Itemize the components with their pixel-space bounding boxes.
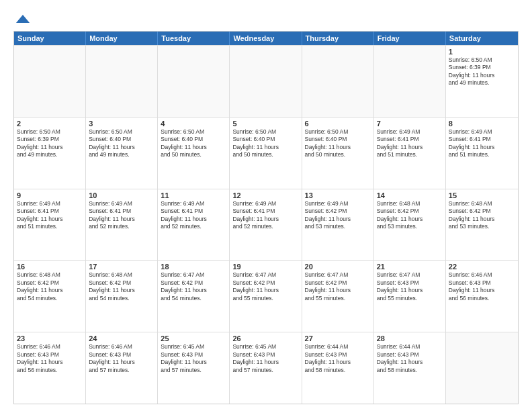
calendar-cell: 6Sunrise: 6:50 AM Sunset: 6:40 PM Daylig…	[302, 118, 374, 189]
calendar-cell: 18Sunrise: 6:47 AM Sunset: 6:42 PM Dayli…	[158, 261, 230, 332]
calendar-cell: 15Sunrise: 6:48 AM Sunset: 6:42 PM Dayli…	[446, 189, 518, 261]
calendar-cell: 17Sunrise: 6:48 AM Sunset: 6:42 PM Dayli…	[86, 261, 158, 332]
day-info: Sunrise: 6:49 AM Sunset: 6:41 PM Dayligh…	[449, 128, 515, 159]
svg-marker-0	[16, 15, 30, 23]
day-number: 16	[17, 263, 83, 271]
header	[13, 11, 519, 27]
calendar-cell: 2Sunrise: 6:50 AM Sunset: 6:39 PM Daylig…	[14, 118, 86, 189]
day-number: 17	[89, 263, 154, 271]
day-number: 7	[377, 120, 443, 128]
calendar-cell: 25Sunrise: 6:45 AM Sunset: 6:43 PM Dayli…	[158, 332, 230, 404]
calendar-cell: 27Sunrise: 6:44 AM Sunset: 6:43 PM Dayli…	[302, 332, 374, 404]
day-info: Sunrise: 6:44 AM Sunset: 6:43 PM Dayligh…	[305, 343, 371, 374]
day-number: 19	[232, 263, 298, 271]
logo	[13, 11, 31, 27]
calendar-header-cell: Thursday	[302, 32, 374, 45]
day-number: 27	[305, 334, 371, 342]
day-number: 12	[232, 191, 298, 199]
calendar-header-cell: Sunday	[14, 32, 86, 45]
calendar-cell	[158, 46, 230, 117]
calendar-week-row: 23Sunrise: 6:46 AM Sunset: 6:43 PM Dayli…	[14, 332, 518, 404]
calendar-header: SundayMondayTuesdayWednesdayThursdayFrid…	[14, 32, 518, 45]
day-number: 3	[89, 120, 154, 128]
day-number: 14	[377, 191, 443, 199]
day-info: Sunrise: 6:50 AM Sunset: 6:39 PM Dayligh…	[449, 56, 515, 87]
day-number: 2	[17, 120, 83, 128]
day-info: Sunrise: 6:44 AM Sunset: 6:43 PM Dayligh…	[377, 343, 443, 374]
day-number: 21	[377, 263, 443, 271]
day-number: 1	[449, 48, 515, 56]
calendar-header-cell: Friday	[374, 32, 446, 45]
day-info: Sunrise: 6:49 AM Sunset: 6:41 PM Dayligh…	[232, 200, 298, 231]
calendar-cell: 21Sunrise: 6:47 AM Sunset: 6:43 PM Dayli…	[374, 261, 446, 332]
day-number: 9	[17, 191, 83, 199]
day-info: Sunrise: 6:46 AM Sunset: 6:43 PM Dayligh…	[449, 271, 515, 302]
day-number: 15	[449, 191, 515, 199]
day-info: Sunrise: 6:45 AM Sunset: 6:43 PM Dayligh…	[232, 343, 298, 374]
day-info: Sunrise: 6:50 AM Sunset: 6:40 PM Dayligh…	[305, 128, 371, 159]
day-info: Sunrise: 6:46 AM Sunset: 6:43 PM Dayligh…	[17, 343, 83, 374]
calendar-cell: 14Sunrise: 6:48 AM Sunset: 6:42 PM Dayli…	[374, 189, 446, 261]
day-info: Sunrise: 6:50 AM Sunset: 6:40 PM Dayligh…	[161, 128, 226, 159]
calendar-cell	[230, 46, 302, 117]
calendar-cell: 26Sunrise: 6:45 AM Sunset: 6:43 PM Dayli…	[230, 332, 302, 404]
calendar-header-cell: Monday	[86, 32, 158, 45]
day-info: Sunrise: 6:48 AM Sunset: 6:42 PM Dayligh…	[89, 271, 154, 302]
calendar-cell: 13Sunrise: 6:49 AM Sunset: 6:42 PM Dayli…	[302, 189, 374, 261]
calendar-cell	[86, 46, 158, 117]
calendar-cell	[14, 46, 86, 117]
calendar-cell: 10Sunrise: 6:49 AM Sunset: 6:41 PM Dayli…	[86, 189, 158, 261]
day-info: Sunrise: 6:48 AM Sunset: 6:42 PM Dayligh…	[17, 271, 83, 302]
day-number: 8	[449, 120, 515, 128]
calendar-cell: 11Sunrise: 6:49 AM Sunset: 6:41 PM Dayli…	[158, 189, 230, 261]
day-info: Sunrise: 6:49 AM Sunset: 6:42 PM Dayligh…	[305, 200, 371, 231]
day-info: Sunrise: 6:47 AM Sunset: 6:42 PM Dayligh…	[161, 271, 226, 302]
day-number: 23	[17, 334, 83, 342]
day-number: 11	[161, 191, 226, 199]
calendar-week-row: 1Sunrise: 6:50 AM Sunset: 6:39 PM Daylig…	[14, 45, 518, 117]
page: SundayMondayTuesdayWednesdayThursdayFrid…	[0, 0, 532, 411]
calendar-cell: 24Sunrise: 6:46 AM Sunset: 6:43 PM Dayli…	[86, 332, 158, 404]
calendar-header-cell: Tuesday	[158, 32, 230, 45]
day-number: 22	[449, 263, 515, 271]
day-info: Sunrise: 6:49 AM Sunset: 6:41 PM Dayligh…	[89, 200, 154, 231]
day-number: 6	[305, 120, 371, 128]
calendar-cell	[374, 46, 446, 117]
day-info: Sunrise: 6:46 AM Sunset: 6:43 PM Dayligh…	[89, 343, 154, 374]
day-info: Sunrise: 6:47 AM Sunset: 6:42 PM Dayligh…	[232, 271, 298, 302]
day-number: 26	[232, 334, 298, 342]
day-info: Sunrise: 6:50 AM Sunset: 6:40 PM Dayligh…	[232, 128, 298, 159]
day-info: Sunrise: 6:50 AM Sunset: 6:40 PM Dayligh…	[89, 128, 154, 159]
day-number: 10	[89, 191, 154, 199]
calendar-cell	[302, 46, 374, 117]
calendar-cell: 8Sunrise: 6:49 AM Sunset: 6:41 PM Daylig…	[446, 118, 518, 189]
day-info: Sunrise: 6:49 AM Sunset: 6:41 PM Dayligh…	[377, 128, 443, 159]
day-number: 4	[161, 120, 226, 128]
calendar-cell: 28Sunrise: 6:44 AM Sunset: 6:43 PM Dayli…	[374, 332, 446, 404]
day-number: 24	[89, 334, 154, 342]
day-info: Sunrise: 6:50 AM Sunset: 6:39 PM Dayligh…	[17, 128, 83, 159]
calendar-cell: 5Sunrise: 6:50 AM Sunset: 6:40 PM Daylig…	[230, 118, 302, 189]
calendar-week-row: 9Sunrise: 6:49 AM Sunset: 6:41 PM Daylig…	[14, 189, 518, 261]
day-info: Sunrise: 6:48 AM Sunset: 6:42 PM Dayligh…	[449, 200, 515, 231]
calendar-cell: 7Sunrise: 6:49 AM Sunset: 6:41 PM Daylig…	[374, 118, 446, 189]
calendar-cell	[446, 332, 518, 404]
calendar-cell: 19Sunrise: 6:47 AM Sunset: 6:42 PM Dayli…	[230, 261, 302, 332]
day-info: Sunrise: 6:47 AM Sunset: 6:43 PM Dayligh…	[377, 271, 443, 302]
day-info: Sunrise: 6:49 AM Sunset: 6:41 PM Dayligh…	[17, 200, 83, 231]
calendar: SundayMondayTuesdayWednesdayThursdayFrid…	[13, 31, 519, 404]
day-number: 20	[305, 263, 371, 271]
calendar-cell: 9Sunrise: 6:49 AM Sunset: 6:41 PM Daylig…	[14, 189, 86, 261]
day-info: Sunrise: 6:49 AM Sunset: 6:41 PM Dayligh…	[161, 200, 226, 231]
day-number: 18	[161, 263, 226, 271]
calendar-body: 1Sunrise: 6:50 AM Sunset: 6:39 PM Daylig…	[14, 45, 518, 404]
logo-icon	[15, 11, 31, 27]
day-number: 25	[161, 334, 226, 342]
calendar-cell: 20Sunrise: 6:47 AM Sunset: 6:42 PM Dayli…	[302, 261, 374, 332]
day-info: Sunrise: 6:48 AM Sunset: 6:42 PM Dayligh…	[377, 200, 443, 231]
calendar-header-cell: Saturday	[446, 32, 518, 45]
calendar-cell: 3Sunrise: 6:50 AM Sunset: 6:40 PM Daylig…	[86, 118, 158, 189]
calendar-cell: 1Sunrise: 6:50 AM Sunset: 6:39 PM Daylig…	[446, 46, 518, 117]
day-number: 5	[232, 120, 298, 128]
calendar-week-row: 16Sunrise: 6:48 AM Sunset: 6:42 PM Dayli…	[14, 260, 518, 332]
